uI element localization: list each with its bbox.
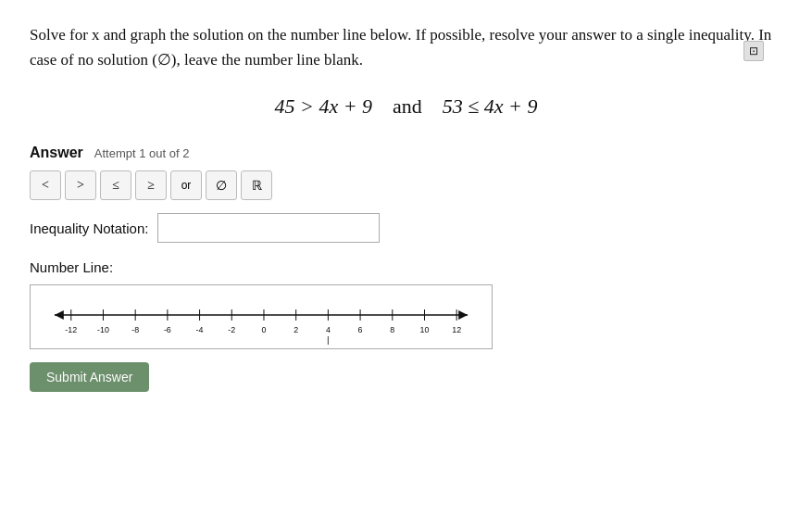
- svg-text:-4: -4: [196, 325, 204, 334]
- symbol-greater-than[interactable]: >: [65, 170, 96, 200]
- svg-text:-12: -12: [65, 325, 77, 334]
- instruction-text: Solve for x and graph the solution on th…: [30, 26, 771, 69]
- submit-button[interactable]: Submit Answer: [30, 362, 149, 392]
- svg-text:4: 4: [326, 325, 331, 334]
- symbol-real-numbers[interactable]: ℝ: [241, 170, 272, 200]
- symbol-less-equal[interactable]: ≤: [100, 170, 131, 200]
- svg-text:-8: -8: [131, 325, 139, 334]
- attempt-text: Attempt 1 out of 2: [94, 146, 190, 160]
- inequality-notation-row: Inequality Notation:: [30, 213, 782, 243]
- corner-button[interactable]: ⊡: [743, 41, 764, 61]
- conjunction: and: [393, 94, 422, 118]
- symbol-or[interactable]: or: [170, 170, 202, 200]
- svg-text:-10: -10: [97, 325, 109, 334]
- equation-block: 45 > 4x + 9 and 53 ≤ 4x + 9: [30, 94, 782, 119]
- number-line-label: Number Line:: [30, 259, 782, 275]
- svg-text:8: 8: [390, 325, 394, 334]
- corner-icon: ⊡: [749, 44, 758, 58]
- symbol-greater-equal[interactable]: ≥: [135, 170, 167, 200]
- svg-text:2: 2: [294, 325, 298, 334]
- svg-marker-2: [458, 310, 468, 320]
- equation-left: 45 > 4x + 9: [275, 94, 372, 118]
- number-line-svg: -12 -10 -8 -6 -4 -2 0 2 4 |: [45, 285, 477, 348]
- svg-text:-6: -6: [164, 325, 171, 334]
- equation-right: 53 ≤ 4x + 9: [443, 94, 538, 118]
- svg-text:0: 0: [261, 325, 266, 334]
- inequality-notation-input[interactable]: [157, 213, 380, 243]
- page-wrapper: ⊡ Solve for x and graph the solution on …: [30, 22, 782, 392]
- symbol-less-than[interactable]: <: [30, 170, 61, 200]
- problem-text: Solve for x and graph the solution on th…: [30, 22, 782, 72]
- symbol-empty-set[interactable]: ∅: [206, 170, 237, 200]
- svg-text:10: 10: [420, 325, 430, 334]
- svg-text:6: 6: [358, 325, 363, 334]
- svg-text:|: |: [327, 334, 330, 345]
- answer-label: Answer: [30, 145, 83, 161]
- inequality-notation-label: Inequality Notation:: [30, 220, 148, 236]
- svg-text:-2: -2: [228, 325, 235, 334]
- svg-marker-1: [55, 310, 64, 320]
- symbol-buttons: < > ≤ ≥ or ∅ ℝ: [30, 170, 782, 200]
- number-line-container[interactable]: -12 -10 -8 -6 -4 -2 0 2 4 |: [30, 284, 493, 349]
- answer-header: Answer Attempt 1 out of 2: [30, 145, 782, 161]
- svg-text:12: 12: [452, 325, 461, 334]
